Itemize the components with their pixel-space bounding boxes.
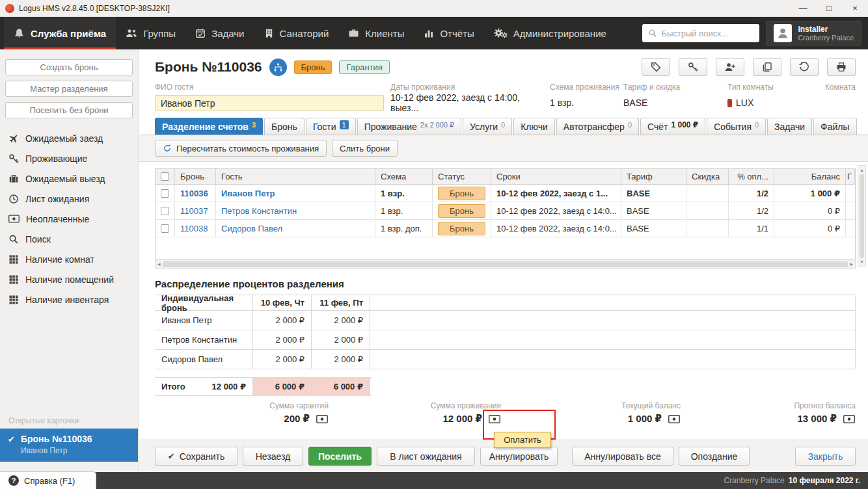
table-row[interactable]: 110038 Сидоров Павел 1 взр. доп. Бронь 1… — [156, 220, 855, 237]
distribution-row[interactable]: Иванов Петр 2 000 ₽ 2 000 ₽ — [155, 311, 856, 330]
open-cards-label: Открытые карточки — [0, 414, 138, 429]
scheme-value[interactable]: 1 взр. — [550, 95, 623, 111]
nav-item-reception[interactable]: Служба приёма — [4, 17, 116, 49]
col-header-extra[interactable]: Г — [846, 169, 855, 184]
tab-keys[interactable]: Ключи — [513, 118, 555, 135]
nav-item-groups[interactable]: Группы — [116, 17, 185, 49]
maximize-button[interactable]: □ — [816, 0, 842, 17]
recalculate-button[interactable]: Пересчитать стоимость проживания — [155, 140, 327, 157]
close-page-button[interactable]: Закрыть — [795, 447, 856, 466]
sidebar-item-unpaid[interactable]: Неоплаченные — [0, 209, 138, 229]
col-header-tariff[interactable]: Тариф — [621, 169, 686, 184]
tab-badge: 1 — [340, 120, 349, 129]
guest-link[interactable]: Сидоров Павел — [221, 224, 282, 233]
close-button[interactable]: × — [842, 0, 868, 17]
sidebar-item-room-availability[interactable]: Наличие комнат — [0, 249, 138, 269]
distribution-row[interactable]: Петров Константин 2 000 ₽ 2 000 ₽ — [155, 330, 856, 350]
sidebar-item-inhouse[interactable]: Проживающие — [0, 148, 138, 168]
booking-header: Бронь №110036 Бронь Гарантия ФИО гостя Д… — [139, 49, 868, 111]
tab-booking[interactable]: Бронь — [264, 118, 305, 135]
scroll-left-arrow-icon[interactable]: ◂ — [157, 261, 161, 267]
roomtype-value[interactable]: LUX — [727, 95, 825, 111]
tab-files[interactable]: Файлы — [813, 118, 856, 135]
tags-button[interactable] — [642, 58, 670, 76]
col-header-guest[interactable]: Гость — [216, 169, 375, 184]
sidebar-item-expected-arrival[interactable]: Ожидаемый заезд — [0, 128, 138, 148]
user-menu[interactable]: installer Cranberry Palace — [766, 21, 861, 46]
minimize-button[interactable]: — — [790, 0, 816, 17]
help-button[interactable]: ? Справка (F1) — [0, 471, 96, 489]
nav-item-administration[interactable]: Администрирование — [484, 17, 616, 49]
checkin-without-booking-button[interactable]: Поселить без брони — [5, 102, 133, 118]
pay-balance-button[interactable] — [668, 414, 681, 424]
table-row[interactable]: 110037 Петров Константин 1 взр. Бронь 10… — [156, 202, 855, 220]
booking-number-link[interactable]: 110036 — [180, 189, 208, 198]
save-button[interactable]: ✔Сохранить — [155, 447, 237, 466]
history-button[interactable] — [790, 58, 819, 76]
search-input[interactable] — [661, 29, 753, 38]
tab-services[interactable]: Услуги0 — [463, 118, 512, 135]
sidebar-item-expected-departure[interactable]: Ожидаемый выезд — [0, 168, 138, 189]
tab-split-accounts[interactable]: Разделение счетов3 — [155, 118, 263, 135]
annul-button[interactable]: Аннулировать — [480, 447, 558, 466]
booking-number-link[interactable]: 110037 — [180, 206, 208, 216]
table-horizontal-scrollbar[interactable]: ◂ ▸ — [155, 259, 856, 269]
merge-bookings-button[interactable]: Слить брони — [332, 140, 398, 157]
tab-transfer[interactable]: Автотрансфер0 — [556, 118, 639, 135]
col-header-scheme[interactable]: Схема — [375, 169, 433, 184]
scrollbar-thumb[interactable] — [860, 174, 864, 258]
add-guest-button[interactable] — [716, 58, 744, 76]
scroll-right-arrow-icon[interactable]: ▸ — [850, 261, 853, 267]
tab-account[interactable]: Счёт1 000 ₽ — [640, 118, 705, 135]
late-button[interactable]: Опоздание — [679, 447, 750, 466]
sidebar-item-inventory-availability[interactable]: Наличие инвентаря — [0, 289, 138, 310]
distribution-row[interactable]: Сидоров Павел 2 000 ₽ 2 000 ₽ — [155, 350, 856, 369]
col-header-status[interactable]: Статус — [433, 169, 491, 184]
col-header-balance[interactable]: Баланс — [774, 169, 846, 184]
tab-tasks[interactable]: Задачи — [767, 118, 812, 135]
open-card-booking[interactable]: ✔ Бронь №110036 Иванов Петр — [0, 429, 138, 462]
scrollbar-thumb[interactable] — [163, 261, 848, 267]
create-booking-button[interactable]: Создать бронь — [5, 59, 133, 75]
sidebar-item-space-availability[interactable]: Наличие помещений — [0, 269, 138, 289]
nav-item-sanatorium[interactable]: Санаторий — [254, 17, 339, 49]
row-checkbox[interactable] — [161, 189, 169, 198]
guest-link[interactable]: Петров Константин — [221, 206, 297, 216]
tab-stay[interactable]: Проживание2x 2 000 ₽ — [357, 118, 461, 135]
nav-item-clients[interactable]: Клиенты — [338, 17, 414, 49]
guest-name-input[interactable] — [155, 95, 384, 111]
booking-number-link[interactable]: 110038 — [180, 224, 208, 233]
guest-link[interactable]: Иванов Петр — [221, 189, 275, 198]
col-header-paid[interactable]: % опл... — [729, 169, 774, 184]
print-button[interactable] — [827, 58, 856, 76]
keys-button[interactable] — [679, 58, 707, 76]
table-row[interactable]: 110036 Иванов Петр 1 взр. Бронь 10-12 фе… — [156, 185, 855, 202]
noshow-button[interactable]: Незаезд — [243, 447, 303, 466]
scroll-up-arrow-icon[interactable]: ▴ — [860, 167, 863, 173]
pay-guarantee-button[interactable] — [316, 414, 329, 424]
table-vertical-scrollbar[interactable]: ▴ ▾ — [858, 165, 866, 267]
row-checkbox[interactable] — [161, 224, 169, 233]
sidebar-item-waitlist[interactable]: Лист ожидания — [0, 189, 138, 209]
annul-all-button[interactable]: Аннулировать все — [572, 447, 673, 466]
waitlist-button[interactable]: В лист ожидания — [377, 447, 475, 466]
pay-forecast-button[interactable] — [843, 414, 856, 424]
nav-item-reports[interactable]: Отчёты — [414, 17, 483, 49]
checkin-button[interactable]: Поселить — [308, 447, 372, 466]
split-wizard-button[interactable]: Мастер разделения — [5, 81, 133, 97]
tariff-value[interactable]: BASE — [623, 95, 727, 111]
pay-stay-button[interactable]: Оплатить — [488, 414, 501, 424]
col-header-number[interactable]: Бронь — [175, 169, 216, 184]
col-header-discount[interactable]: Скидка — [686, 169, 729, 184]
scheme-label: Схема проживания — [550, 83, 623, 92]
select-all-checkbox[interactable] — [161, 172, 169, 181]
scroll-down-arrow-icon[interactable]: ▾ — [860, 259, 863, 265]
sidebar-item-search[interactable]: Поиск — [0, 229, 138, 249]
tab-events[interactable]: События0 — [707, 118, 766, 135]
nav-item-tasks[interactable]: Задачи — [185, 17, 254, 49]
row-checkbox[interactable] — [161, 207, 169, 215]
tab-guests[interactable]: Гости1 — [306, 118, 356, 135]
col-header-dates[interactable]: Сроки — [491, 169, 621, 184]
stay-dates-value[interactable]: 10-12 фев 2022, заезд с 14:00, выез... — [390, 95, 550, 111]
copy-button[interactable] — [753, 58, 781, 76]
